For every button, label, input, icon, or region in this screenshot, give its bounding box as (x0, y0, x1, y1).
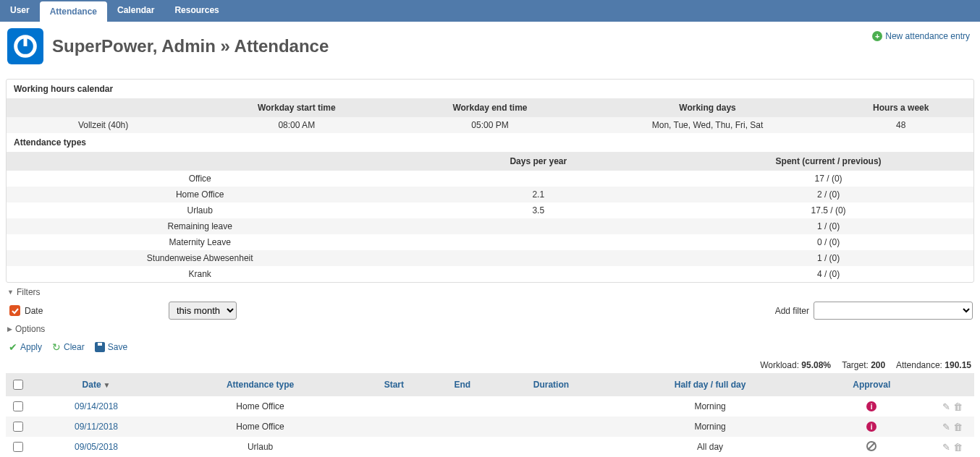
attendance-type-cell: Stundenweise Abwesenheit (7, 250, 393, 266)
entry-date-link[interactable]: 09/11/2018 (75, 422, 118, 432)
entry-approval (812, 437, 931, 457)
row-select-checkbox[interactable] (13, 442, 23, 452)
plus-icon: + (872, 31, 882, 41)
attendance-type-cell: 17.5 / (0) (683, 202, 973, 218)
wh-col-3: Working days (587, 98, 829, 117)
reload-icon: ↻ (52, 341, 61, 353)
edit-icon[interactable]: ✎ (942, 401, 950, 412)
wh-row: Vollzeit (40h) 08:00 AM 05:00 PM Mon, Tu… (7, 117, 973, 133)
working-hours-table: Workday start time Workday end time Work… (7, 98, 973, 133)
attendance-type-cell: Office (7, 171, 393, 187)
entry-duration (494, 417, 608, 437)
save-icon (95, 342, 105, 352)
tab-resources[interactable]: Resources (164, 0, 229, 22)
attendance-type-cell (393, 266, 683, 282)
attendance-type-cell: Urlaub (7, 202, 393, 218)
wh-cell: Mon, Tue, Wed, Thu, Fri, Sat (587, 117, 829, 133)
attendance-type-cell: Remaining leave (7, 218, 393, 234)
attendance-type-cell (393, 234, 683, 250)
attendance-type-row: Office17 / (0) (7, 171, 973, 187)
chevron-down-icon: ▼ (7, 289, 14, 296)
attendance-type-cell: Home Office (7, 187, 393, 202)
attendance-type-cell: 3.5 (393, 202, 683, 218)
working-hours-heading: Working hours calendar (7, 80, 973, 98)
save-button[interactable]: Save (95, 342, 127, 352)
attendance-type-row: Remaining leave1 / (0) (7, 218, 973, 234)
logo-icon (7, 28, 43, 64)
attendance-type-cell: 1 / (0) (683, 218, 973, 234)
main-tabs: User Attendance Calendar Resources (0, 0, 980, 22)
col-type[interactable]: Attendance type (163, 373, 358, 396)
info-icon[interactable]: i (866, 422, 876, 432)
select-all-checkbox[interactable] (13, 380, 23, 390)
attendance-type-cell: Maternity Leave (7, 234, 393, 250)
attendance-type-row: Urlaub3.517.5 / (0) (7, 202, 973, 218)
row-select-checkbox[interactable] (13, 401, 23, 411)
clear-label: Clear (64, 342, 85, 352)
date-filter-select[interactable]: this month (169, 302, 237, 320)
chevron-right-icon: ▶ (7, 325, 12, 333)
entry-start (358, 396, 430, 417)
clear-button[interactable]: ↻ Clear (52, 341, 85, 353)
action-bar: ✔ Apply ↻ Clear Save (9, 341, 971, 353)
options-label: Options (15, 324, 45, 334)
wh-cell: 48 (829, 117, 973, 133)
trash-icon[interactable]: 🗑 (953, 422, 963, 432)
attendance-types-table: Days per year Spent (current / previous)… (7, 152, 973, 282)
attendance-type-cell: 1 / (0) (683, 250, 973, 266)
page-title: SuperPower, Admin » Attendance (52, 36, 329, 56)
row-select-checkbox[interactable] (13, 422, 23, 432)
entry-type: Urlaub (163, 437, 358, 457)
add-filter-select[interactable] (814, 302, 973, 320)
at-col-2: Spent (current / previous) (683, 152, 973, 171)
trash-icon[interactable]: 🗑 (953, 401, 963, 412)
tab-user[interactable]: User (0, 0, 40, 22)
attendance-type-cell (393, 171, 683, 187)
entry-duration (494, 437, 608, 457)
trash-icon[interactable]: 🗑 (953, 442, 963, 453)
entry-type: Home Office (163, 396, 358, 417)
entry-end (431, 437, 495, 457)
target-label: Target: (842, 360, 869, 370)
entry-date-link[interactable]: 09/05/2018 (75, 442, 118, 452)
col-half[interactable]: Half day / full day (608, 373, 813, 396)
table-row: 09/05/2018UrlaubAll day✎🗑 (6, 437, 974, 457)
options-toggle[interactable]: ▶ Options (7, 324, 973, 334)
edit-icon[interactable]: ✎ (942, 442, 950, 453)
info-icon[interactable]: i (866, 401, 876, 411)
table-row: 09/11/2018Home OfficeMorningi✎🗑 (6, 417, 974, 437)
col-start[interactable]: Start (358, 373, 430, 396)
attendance-type-cell: 4 / (0) (683, 266, 973, 282)
col-end[interactable]: End (431, 373, 495, 396)
tab-calendar[interactable]: Calendar (107, 0, 164, 22)
attendance-types-heading: Attendance types (7, 133, 973, 152)
entry-approval: i (812, 396, 931, 417)
attendance-type-row: Krank4 / (0) (7, 266, 973, 282)
col-duration[interactable]: Duration (494, 373, 608, 396)
at-col-1: Days per year (393, 152, 683, 171)
attendance-type-cell: 17 / (0) (683, 171, 973, 187)
add-filter-label: Add filter (775, 306, 809, 316)
tab-attendance[interactable]: Attendance (40, 1, 107, 22)
new-attendance-label: New attendance entry (885, 31, 970, 41)
workload-value: 95.08% (801, 360, 831, 370)
attendance-type-cell: 2 / (0) (683, 187, 973, 202)
col-date[interactable]: Date▼ (30, 373, 163, 396)
attendance-value: 190.15 (945, 360, 971, 370)
date-filter-checkbox[interactable] (9, 305, 20, 316)
page-header: SuperPower, Admin » Attendance + New att… (0, 22, 980, 79)
stats-bar: Workload: 95.08% Target: 200 Attendance:… (9, 360, 971, 370)
attendance-type-cell: 0 / (0) (683, 234, 973, 250)
at-col-0 (7, 152, 393, 171)
attendance-type-row: Home Office2.12 / (0) (7, 187, 973, 202)
col-approval[interactable]: Approval (812, 373, 931, 396)
check-icon: ✔ (9, 341, 17, 353)
new-attendance-link[interactable]: + New attendance entry (872, 31, 970, 41)
attendance-type-row: Maternity Leave0 / (0) (7, 234, 973, 250)
edit-icon[interactable]: ✎ (942, 422, 950, 432)
deny-icon[interactable] (866, 441, 876, 451)
filters-toggle[interactable]: ▼ Filters (7, 287, 973, 297)
attendance-type-cell: Krank (7, 266, 393, 282)
entry-date-link[interactable]: 09/14/2018 (75, 401, 118, 411)
apply-button[interactable]: ✔ Apply (9, 341, 42, 353)
